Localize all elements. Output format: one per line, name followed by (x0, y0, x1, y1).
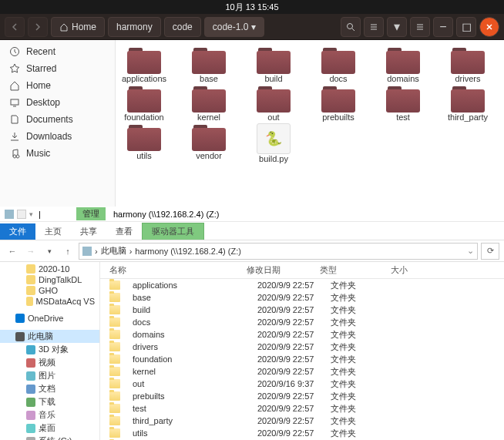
folder-test[interactable]: test (378, 85, 428, 122)
col-date[interactable]: 修改日期 (247, 264, 320, 276)
crumb-root[interactable]: 此电脑 (101, 245, 126, 257)
tree-item-桌面[interactable]: 桌面 (0, 422, 99, 435)
folder-drivers[interactable]: drivers (442, 46, 493, 83)
folder-label: third_party (448, 113, 488, 122)
folder-kernel[interactable]: kernel (183, 85, 234, 122)
tree-item-文档[interactable]: 文档 (0, 382, 99, 395)
tree-item-2020-10[interactable]: 2020-10 (0, 264, 99, 274)
list-row[interactable]: utils2020/9/9 22:57文件夹 (100, 427, 504, 439)
list-row[interactable]: build2020/9/9 22:57文件夹 (100, 304, 504, 316)
list-row[interactable]: out2020/9/16 9:37文件夹 (100, 378, 504, 390)
path-seg-1[interactable]: harmony (108, 17, 161, 37)
hamburger-button[interactable] (410, 17, 430, 37)
list-row[interactable]: test2020/9/9 22:57文件夹 (100, 402, 504, 415)
explorer-list: 名称 修改日期 类型 大小 applications2020/9/9 22:57… (100, 262, 504, 440)
tree-item-音乐[interactable]: 音乐 (0, 408, 99, 422)
tree-item-下载[interactable]: 下载 (0, 395, 99, 408)
ribbon-share[interactable]: 共享 (71, 223, 106, 240)
tree-item-3D 对象[interactable]: 3D 对象 (0, 343, 99, 356)
folder-icon (109, 342, 120, 351)
list-row[interactable]: prebuilts2020/9/9 22:57文件夹 (100, 390, 504, 402)
col-type[interactable]: 类型 (320, 264, 391, 276)
folder-label: base (200, 74, 218, 83)
pic-icon (26, 371, 35, 381)
maximize-button[interactable]: ◻ (456, 17, 476, 37)
ribbon-home[interactable]: 主页 (35, 223, 71, 240)
tree-item-系统 (C:)[interactable]: 系统 (C:) (0, 435, 99, 440)
list-row[interactable]: drivers2020/9/9 22:57文件夹 (100, 341, 504, 353)
tree-item-OneDrive[interactable]: OneDrive (0, 313, 99, 324)
folder-icon (26, 275, 35, 284)
explorer-address-bar: ← → ▾ ↑ › 此电脑 › harmony (\\192.168.2.4) … (0, 240, 504, 262)
sidebar-item-desktop[interactable]: Desktop (0, 94, 115, 111)
tree-item-此电脑[interactable]: 此电脑 (0, 330, 99, 343)
tree-item-GHO[interactable]: GHO (0, 285, 99, 296)
tree-item-图片[interactable]: 图片 (0, 369, 99, 382)
view-list-button[interactable] (364, 17, 384, 37)
folder-domains[interactable]: domains (378, 46, 428, 83)
nav-back-button[interactable]: ← (5, 244, 20, 259)
ribbon-view[interactable]: 查看 (106, 223, 142, 240)
ribbon-file[interactable]: 文件 (0, 223, 35, 240)
path-home[interactable]: Home (51, 17, 105, 37)
list-row[interactable]: applications2020/9/9 22:57文件夹 (100, 279, 504, 291)
folder-docs[interactable]: docs (313, 46, 364, 83)
tree-label: MSDataAcq VS (36, 297, 95, 306)
list-row[interactable]: docs2020/9/9 22:57文件夹 (100, 316, 504, 328)
folder-label: vendor (196, 151, 222, 160)
folder-base[interactable]: base (183, 46, 234, 83)
sidebar-item-downloads[interactable]: Downloads (0, 128, 115, 145)
back-button[interactable] (5, 17, 25, 37)
folder-vendor[interactable]: vendor (183, 123, 234, 163)
forward-button[interactable] (28, 17, 48, 37)
tree-label: DingTalkDL (39, 275, 82, 284)
sidebar-item-recent[interactable]: Recent (0, 43, 115, 60)
address-input[interactable]: › 此电脑 › harmony (\\192.168.2.4) (Z:) ⌄ (79, 243, 478, 260)
qat-icon (17, 210, 26, 219)
tree-item-MSDataAcq VS[interactable]: MSDataAcq VS (0, 296, 99, 307)
folder-prebuilts[interactable]: prebuilts (313, 85, 364, 122)
file-build.py[interactable]: 🐍build.py (248, 123, 299, 163)
list-row[interactable]: base2020/9/9 22:57文件夹 (100, 291, 504, 304)
search-button[interactable] (341, 17, 361, 37)
folder-out[interactable]: out (248, 85, 299, 122)
close-button[interactable] (479, 17, 499, 37)
doc-icon (26, 385, 35, 394)
folder-foundation[interactable]: foundation (119, 85, 170, 122)
refresh-button[interactable]: ⟳ (481, 243, 499, 260)
sidebar-label: Downloads (26, 131, 72, 142)
folder-build[interactable]: build (248, 46, 299, 83)
path-seg-2[interactable]: code (164, 17, 201, 37)
folder-icon (109, 416, 120, 425)
minimize-button[interactable]: − (433, 17, 453, 37)
qat-dropdown-icon[interactable]: ▾ (29, 210, 33, 218)
list-row[interactable]: foundation2020/9/9 22:57文件夹 (100, 353, 504, 365)
folder-icon (109, 330, 120, 339)
list-row[interactable]: domains2020/9/9 22:57文件夹 (100, 328, 504, 341)
list-row[interactable]: third_party2020/9/9 22:57文件夹 (100, 415, 504, 427)
sidebar-item-documents[interactable]: Documents (0, 111, 115, 128)
ribbon-drive-tools[interactable]: 驱动器工具 (142, 223, 204, 240)
folder-utils[interactable]: utils (119, 123, 170, 163)
folder-third_party[interactable]: third_party (442, 85, 493, 122)
col-name[interactable]: 名称 (100, 264, 247, 276)
folder-applications[interactable]: applications (119, 46, 170, 83)
list-row[interactable]: kernel2020/9/9 22:57文件夹 (100, 365, 504, 378)
view-dropdown-button[interactable]: ▾ (387, 17, 407, 37)
desk-icon (26, 424, 35, 433)
sidebar-item-starred[interactable]: Starred (0, 60, 115, 77)
manage-tab[interactable]: 管理 (76, 207, 106, 220)
nav-up-button[interactable]: ↑ (60, 244, 76, 259)
path-seg-3[interactable]: code-1.0 ▾ (204, 17, 265, 37)
sidebar-item-music[interactable]: Music (0, 145, 115, 162)
tree-item-DingTalkDL[interactable]: DingTalkDL (0, 274, 99, 285)
crumb-loc[interactable]: harmony (\\192.168.2.4) (Z:) (135, 247, 241, 256)
addr-dropdown-icon[interactable]: ⌄ (467, 246, 474, 256)
col-size[interactable]: 大小 (391, 264, 437, 276)
nav-forward-button[interactable]: → (23, 244, 39, 259)
folder-label: domains (387, 74, 419, 83)
nav-recent-button[interactable]: ▾ (42, 244, 57, 259)
cell-date: 2020/9/9 22:57 (257, 317, 331, 327)
sidebar-item-home[interactable]: Home (0, 77, 115, 94)
tree-item-视频[interactable]: 视频 (0, 356, 99, 369)
